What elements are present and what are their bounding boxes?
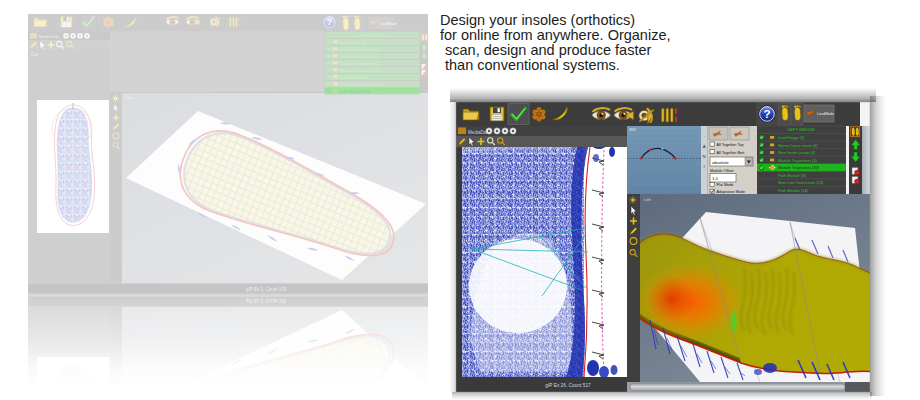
svg-text:Module Trayectoria (10): Module Trayectoria (10) [778, 165, 820, 170]
svg-text:for online from anywhere. Orga: for online from anywhere. Organize, [440, 27, 671, 43]
svg-text:M3D: M3D [629, 128, 637, 132]
svg-text:Module Offset: Module Offset [710, 169, 735, 173]
svg-text:absolute: absolute [712, 160, 729, 165]
svg-text:Nueva Linea create (2): Nueva Linea create (2) [778, 143, 818, 148]
svg-text:Module Trayectoria (2): Module Trayectoria (2) [778, 158, 818, 163]
svg-text:Path Module (14): Path Module (14) [778, 188, 809, 193]
svg-text:Left: Left [644, 197, 652, 202]
svg-text:LEFT INSOLE: LEFT INSOLE [787, 127, 815, 132]
svg-text:Path Module (8): Path Module (8) [778, 173, 806, 178]
svg-text:All Together Top: All Together Top [717, 143, 744, 147]
svg-text:All Together Bott: All Together Bott [717, 151, 746, 155]
svg-text:New Insole create (3): New Insole create (3) [778, 150, 816, 155]
svg-text:Design your insoles (orthotics: Design your insoles (orthotics) [440, 12, 635, 28]
svg-text:1.0: 1.0 [712, 176, 718, 181]
svg-text:A: A [703, 144, 706, 149]
svg-text:scan, design and produce faste: scan, design and produce faster [445, 42, 652, 58]
svg-text:Flat Mode: Flat Mode [717, 183, 734, 187]
svg-text:than conventional systems.: than conventional systems. [445, 57, 620, 73]
svg-text:N: N [703, 154, 706, 159]
svg-text:Load Image (1): Load Image (1) [778, 135, 805, 140]
svg-text:gIP Ex 26, Count 517: gIP Ex 26, Count 517 [545, 383, 591, 388]
svg-text:New Line Cmd create (13): New Line Cmd create (13) [778, 180, 824, 185]
svg-text:I: I [704, 164, 705, 169]
svg-text:LoadMode: LoadMode [817, 112, 834, 116]
svg-text:Adaptative Mode: Adaptative Mode [717, 190, 746, 194]
